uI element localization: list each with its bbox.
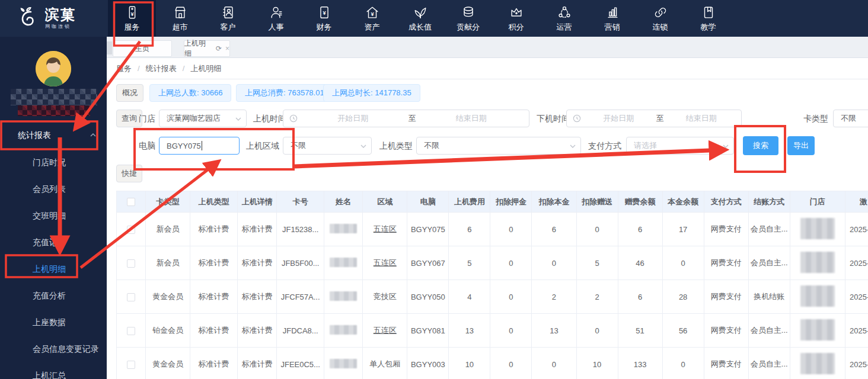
tab-0[interactable]: 主页: [113, 40, 172, 57]
column-header: 扣除押金: [490, 191, 532, 213]
sidebar-item-recharge-record[interactable]: 充值记录: [0, 229, 107, 256]
computer-input[interactable]: BGYY075: [159, 137, 240, 155]
payment-select[interactable]: 请选择: [626, 137, 734, 155]
tag-icon: ¥: [125, 5, 140, 20]
column-header: 区域: [363, 191, 407, 213]
table-cell: JFEE0C5...: [280, 360, 320, 369]
sidebar-item-session-detail[interactable]: 上机明细: [0, 256, 107, 282]
topnav-item-chain[interactable]: 连锁: [636, 0, 684, 37]
table-cell: 2025-11: [850, 293, 868, 301]
area-link[interactable]: 五连区: [374, 326, 397, 335]
sidebar-item-seating-data[interactable]: 上座数据: [0, 309, 107, 336]
sidebar: 统计报表 门店时况会员列表交班明细充值记录上机明细充值分析上座数据会员信息变更记…: [0, 37, 107, 379]
table-cell: 10: [593, 360, 601, 369]
export-button[interactable]: 导出: [787, 136, 815, 155]
row-checkbox[interactable]: [127, 259, 135, 268]
row-checkbox[interactable]: [127, 226, 135, 234]
topnav-item-operation[interactable]: 运营: [540, 0, 588, 37]
main-content: 主页上机明细⟳× 服务 / 统计报表 / 上机明细 概况 上网总人数: 3066…: [107, 37, 868, 379]
table-cell: BGYY050: [411, 293, 445, 301]
table-cell: 网费支付: [711, 258, 742, 267]
select-all-checkbox[interactable]: [127, 198, 135, 206]
table-cell: 网费支付: [711, 292, 742, 301]
column-header: 电脑: [407, 191, 449, 213]
brand-subtitle: 网咖连锁: [45, 23, 76, 30]
table-cell: 0: [681, 259, 685, 268]
column-header: 姓名: [324, 191, 363, 213]
table-cell: 5: [467, 259, 471, 268]
tab-active-1[interactable]: 上机明细⟳×: [184, 40, 230, 57]
topnav-item-points[interactable]: 积分: [492, 0, 540, 37]
sidebar-item-member-list[interactable]: 会员列表: [0, 176, 107, 203]
table-cell: 6: [467, 225, 471, 234]
table-cell: 56: [679, 326, 687, 335]
topnav-item-label: 财务: [317, 22, 332, 33]
topnav-item-asset[interactable]: ¥资产: [348, 0, 396, 37]
sidebar-item-store-status[interactable]: 门店时况: [0, 149, 107, 176]
store-select-value: 滨菓网咖艺园店: [167, 113, 221, 124]
session-start-placeholder: 开始日期: [301, 113, 405, 124]
topnav-item-service[interactable]: ¥服务: [108, 0, 156, 37]
quick-button[interactable]: 快捷: [116, 165, 142, 182]
search-button[interactable]: 搜索: [743, 136, 778, 155]
area-link[interactable]: 五连区: [374, 258, 397, 267]
table-cell: 0: [552, 259, 556, 268]
sidebar-item-member-info-change[interactable]: 会员信息变更记录: [0, 336, 107, 362]
topnav-item-finance[interactable]: ¥财务: [300, 0, 348, 37]
sidebar-item-recharge-analysis[interactable]: 充值分析: [0, 282, 107, 309]
table-cell: 133: [634, 360, 647, 369]
topnav-item-customer[interactable]: 客户: [204, 0, 252, 37]
breadcrumb: 服务 / 统计报表 / 上机明细: [107, 58, 868, 79]
area-link[interactable]: 五连区: [374, 224, 397, 233]
topnav-item-teaching[interactable]: 教学: [684, 0, 732, 37]
row-checkbox[interactable]: [127, 293, 135, 301]
topnav-item-marketing[interactable]: 营销: [588, 0, 636, 37]
table-cell: 标准计费: [242, 224, 273, 233]
topnav-item-market[interactable]: 超市: [156, 0, 204, 37]
tab-label: 主页: [135, 44, 149, 54]
sidebar-item-session-summary[interactable]: 上机汇总: [0, 362, 107, 379]
offline-time-range[interactable]: 开始日期 至 结束日期: [566, 110, 742, 127]
table-cell: 10: [465, 360, 474, 369]
tab-refresh-icon[interactable]: ⟳: [216, 44, 222, 53]
row-checkbox[interactable]: [127, 361, 135, 369]
breadcrumb-part-service[interactable]: 服务: [116, 63, 132, 74]
topnav-item-contribution[interactable]: 贡献分: [444, 0, 492, 37]
column-header: 门店: [790, 191, 845, 213]
table-cell: 标准计费: [199, 326, 229, 335]
column-header: 扣除本金: [532, 191, 576, 213]
redacted-store: [800, 285, 835, 307]
table-cell: 铂金会员: [152, 326, 183, 335]
breadcrumb-part-session-detail: 上机明细: [190, 63, 221, 74]
area-select[interactable]: 不限: [283, 137, 372, 155]
table-cell: 网费支付: [711, 359, 742, 368]
table-cell: 0: [509, 326, 513, 335]
store-select[interactable]: 滨菓网咖艺园店: [159, 110, 247, 127]
card-type-select[interactable]: 不限: [833, 110, 868, 127]
table-cell: 51: [636, 326, 644, 335]
table-cell: 会员自主...: [751, 224, 788, 233]
breadcrumb-part-statistics[interactable]: 统计报表: [146, 63, 177, 74]
table-cell: 标准计费: [242, 258, 273, 267]
row-checkbox[interactable]: [127, 327, 135, 335]
tabstrip-handle[interactable]: [107, 41, 112, 54]
topnav-item-hr[interactable]: 人事: [252, 0, 300, 37]
payment-label: 支付方式: [588, 137, 621, 155]
tab-close-icon[interactable]: ×: [225, 44, 229, 53]
sidebar-section-statistics[interactable]: 统计报表: [0, 122, 107, 149]
type-select[interactable]: 不限: [416, 137, 581, 155]
table-cell: 17: [679, 225, 687, 234]
clock-icon: [289, 114, 298, 123]
column-header: 本金余额: [662, 191, 704, 213]
avatar[interactable]: [36, 51, 71, 86]
topnav-item-growth[interactable]: 成长值: [396, 0, 444, 37]
column-header: 上机类型: [190, 191, 238, 213]
redacted-store: [800, 218, 835, 239]
overview-button[interactable]: 概况: [116, 84, 143, 102]
svg-text:¥: ¥: [130, 11, 134, 17]
sidebar-item-shift-detail[interactable]: 交班明细: [0, 203, 107, 229]
coins-icon: [461, 5, 476, 20]
session-time-range[interactable]: 开始日期 至 结束日期: [283, 110, 529, 127]
table-cell: 标准计费: [242, 359, 273, 368]
breadcrumb-separator: /: [138, 64, 140, 73]
